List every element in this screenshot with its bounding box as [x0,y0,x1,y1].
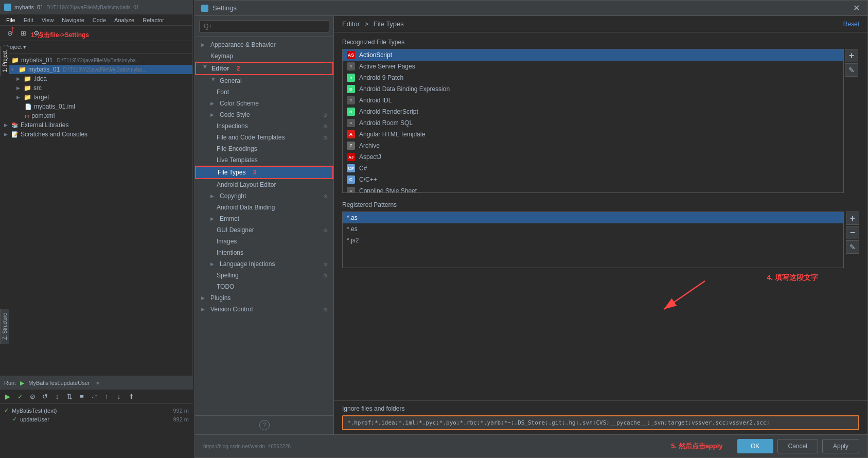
nav-todo[interactable]: TODO [195,281,333,292]
filetype-android9patch[interactable]: 9 Android 9-Patch [343,72,843,83]
tree-root-selected[interactable]: ▾ 📁 mybatis_01 D:\T119\Y2\javaFile\MyBat… [0,65,192,74]
nav-emmet[interactable]: ▶ Emmet [195,213,333,224]
run-export-btn[interactable]: ⬆ [126,391,137,402]
settings-nav-panel: ▶ Appearance & Behavior Keymap ▶ Editor … [195,16,334,434]
file-types-list[interactable]: AS ActionScript ≡ Active Server Pages 9 … [342,49,844,193]
filetype-aspectj-label: AspectJ [359,153,381,161]
filetype-archive[interactable]: Z Archive [343,140,843,151]
settings-search-input[interactable] [199,20,329,32]
run-stop-btn[interactable]: ⊘ [27,391,38,402]
ide-menu: File Edit View Navigate Code Analyze Ref… [0,14,192,26]
run-align-btn[interactable]: ≡ [76,391,87,402]
pattern-es[interactable]: *.es [343,223,843,235]
nav-vcs[interactable]: ▶ Version Control ⊙ [195,304,333,315]
nav-codestyle[interactable]: ▶ Code Style ⊙ [195,109,333,120]
filetype-asp[interactable]: ≡ Active Server Pages [343,61,843,72]
vtab-project[interactable]: 1: Project [0,46,9,76]
run-close-icon[interactable]: × [96,380,99,386]
run-sort2-btn[interactable]: ⇅ [64,391,75,402]
filetype-cpp[interactable]: C C/C++ [343,174,843,185]
nav-font-label: Font [217,89,229,96]
menu-view[interactable]: View [38,16,58,24]
run-up-btn[interactable]: ↑ [101,391,112,402]
nav-databinding[interactable]: Android Data Binding [195,202,333,213]
nav-copyright[interactable]: ▶ Copyright ⊙ [195,190,333,202]
dialog-close-button[interactable]: ✕ [851,3,861,13]
nav-androidlayout[interactable]: Android Layout Editor [195,179,333,190]
run-down-btn[interactable]: ↓ [113,391,125,402]
run-play-btn[interactable]: ▶ [2,391,13,402]
tree-ext-libs[interactable]: ▶ 📚 External Libraries [0,120,192,130]
nav-general[interactable]: ▶ General [195,75,333,86]
apply-button[interactable]: Apply [822,439,859,453]
menu-code[interactable]: Code [88,16,110,24]
nav-keymap[interactable]: Keymap [195,50,333,62]
nav-spelling[interactable]: Spelling ⊙ [195,270,333,281]
filetype-css[interactable]: ≡ Conoline Style Sheet... [343,185,843,193]
help-button[interactable]: ? [259,420,270,430]
nav-intentions[interactable]: Intentions [195,247,333,258]
filetype-angular[interactable]: A Angular HTML Template [343,129,843,140]
tree-src[interactable]: ▶ 📁 src [0,83,192,93]
step1-text: 1. 点击file->Settings [31,31,89,39]
run-check-icon: ✓ [4,407,9,414]
menu-navigate[interactable]: Navigate [58,16,88,24]
nav-filetypes[interactable]: File Types 3 [195,166,333,179]
nav-langinjections[interactable]: ▶ Language Injections ⊙ [195,258,333,270]
tree-scratches-arrow: ▶ [4,132,9,137]
nav-guidesigner[interactable]: GUI Designer ⊙ [195,224,333,236]
cancel-button[interactable]: Cancel [777,439,818,453]
copyright-icon: ⊙ [323,193,327,199]
nav-livetemplates[interactable]: Live Templates [195,154,333,166]
remove-pattern-button[interactable]: − [846,226,859,239]
nav-colorscheme[interactable]: ▶ Color Scheme [195,98,333,109]
menu-analyze[interactable]: Analyze [110,16,138,24]
add-pattern-button[interactable]: + [846,212,859,225]
filetype-renderscript[interactable]: R Android RenderScript [343,106,843,117]
menu-edit[interactable]: Edit [20,16,38,24]
settings-dialog: Settings ✕ ▶ Appearance & Behavior [194,0,868,458]
filetype-aspectj[interactable]: AJ AspectJ [343,151,843,163]
nav-images[interactable]: Images [195,236,333,247]
edit-pattern-button[interactable]: ✎ [846,240,859,254]
run-rerun-btn[interactable]: ↺ [39,391,50,402]
vtab-structure[interactable]: Z: Structure [0,309,9,344]
filetype-actionscript[interactable]: AS ActionScript [343,49,843,61]
run-sort-btn[interactable]: ↕ [51,391,63,402]
filetype-androididl[interactable]: ≡ Android IDL [343,95,843,106]
sync-btn[interactable]: ⊞ [17,28,29,39]
pattern-as[interactable]: *.as [343,212,843,223]
pattern-js2[interactable]: *.js2 [343,235,843,246]
tree-pom[interactable]: m pom.xml [0,111,192,120]
tree-idea[interactable]: ▶ 📁 .idea [0,74,192,83]
run-check-btn[interactable]: ✓ [14,391,26,402]
run-item-update[interactable]: ✓ updateUser 992 m [12,415,189,424]
run-align2-btn[interactable]: ⇌ [88,391,100,402]
edit-filetype-button[interactable]: ✎ [845,63,858,77]
footer-url: https://blog.csdn.net/weixin_46562226 [203,444,291,449]
menu-refactor[interactable]: Refactor [138,16,168,24]
tree-pom-label: pom.xml [31,112,55,119]
nav-inspections[interactable]: Inspections ⊙ [195,120,333,132]
filetype-androidbinding[interactable]: D Android Data Binding Expression [343,83,843,95]
nav-editor[interactable]: ▶ Editor 2 [195,62,333,75]
tree-target[interactable]: ▶ 📁 target [0,93,192,102]
nav-font[interactable]: Font [195,86,333,98]
patterns-list[interactable]: *.as *.es *.js2 [342,212,844,268]
run-item-test[interactable]: ✓ MyBatisTest (text) 992 m [4,406,189,415]
tree-scratches[interactable]: ▶ 📝 Scratches and Consoles [0,130,192,139]
filetype-csharp[interactable]: C# C# [343,163,843,174]
nav-appearance[interactable]: ▶ Appearance & Behavior [195,39,333,50]
nav-encodings[interactable]: File Encodings [195,143,333,154]
ok-button[interactable]: OK [737,439,773,453]
ignore-input[interactable] [342,415,859,430]
add-filetype-button[interactable]: + [845,49,858,62]
nav-plugins[interactable]: ▶ Plugins [195,292,333,304]
filetype-roomsql[interactable]: ≡ Android Room SQL [343,117,843,129]
menu-file[interactable]: File [2,16,20,24]
nav-templates[interactable]: File and Code Templates ⊙ [195,132,333,143]
run-toolbar: ▶ ✓ ⊘ ↺ ↕ ⇅ ≡ ⇌ ↑ ↓ ⬆ [0,390,193,404]
tree-root[interactable]: ▾ 📁 mybatis_01 D:\T119\Y2\javaFile\MyBat… [0,56,192,65]
reset-button[interactable]: Reset [843,21,859,28]
tree-iml[interactable]: 📄 mybatis_01.iml [0,102,192,111]
